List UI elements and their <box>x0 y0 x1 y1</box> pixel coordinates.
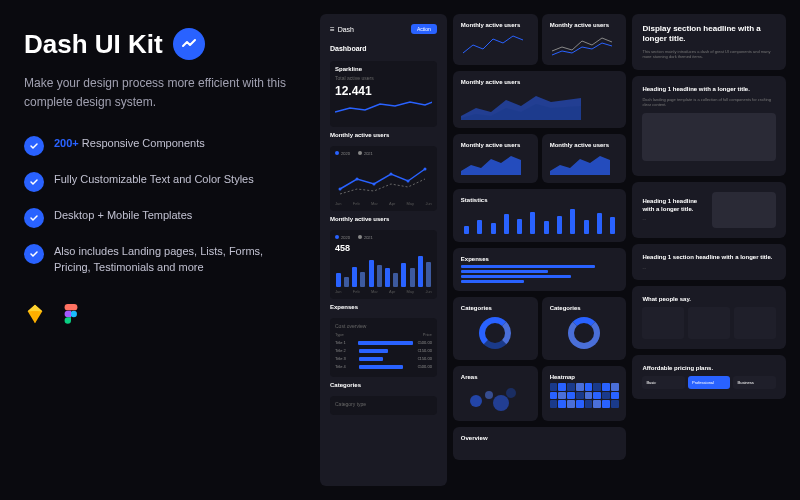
svg-point-2 <box>356 178 359 181</box>
testimonials-section: What people say. <box>632 286 786 349</box>
feature-item: Fully Customizable Text and Color Styles <box>24 172 296 192</box>
svg-point-6 <box>424 168 427 171</box>
heatmap-preview: Heatmap <box>542 366 627 421</box>
donut-preview: Categories <box>542 297 627 360</box>
line-chart <box>335 159 432 199</box>
chart-preview: Monthly active users <box>453 14 538 65</box>
svg-point-5 <box>407 180 410 183</box>
svg-point-7 <box>470 395 482 407</box>
area-chart-preview: Monthly active users <box>453 71 627 128</box>
hero-subtitle: Make your design process more efficient … <box>24 74 296 112</box>
dashboard-title: Dashboard <box>330 45 437 52</box>
svg-point-8 <box>485 391 493 399</box>
svg-point-0 <box>71 311 77 317</box>
landing-section: Display section headline with a longer t… <box>632 14 786 70</box>
tool-icons-row <box>24 303 296 325</box>
bar-chart <box>335 253 432 287</box>
check-icon <box>24 244 44 264</box>
svg-point-10 <box>506 388 516 398</box>
donut-preview: Categories <box>453 297 538 360</box>
statistics-preview: Statistics <box>453 189 627 242</box>
overview-preview: Overview <box>453 427 627 460</box>
sparkline-value: 12.441 <box>335 84 432 98</box>
figma-icon <box>60 303 82 325</box>
action-button[interactable]: Action <box>411 24 437 34</box>
logo-icon <box>173 28 205 60</box>
expenses-preview: Expenses <box>453 248 627 291</box>
chart-preview: Monthly active users <box>453 134 538 183</box>
landing-section: Heading 1 headline with a longer title. … <box>632 76 786 176</box>
check-icon <box>24 136 44 156</box>
feature-item: Desktop + Mobile Templates <box>24 208 296 228</box>
chart-preview: Monthly active users <box>542 14 627 65</box>
landing-section: Heading 1 section headline with a longer… <box>632 244 786 280</box>
feature-item: 200+ Responsive Components <box>24 136 296 156</box>
mobile-dashboard-preview: ≡Dash Action Dashboard Sparkline Total a… <box>320 14 447 486</box>
hero-title-row: Dash UI Kit <box>24 28 296 60</box>
svg-point-4 <box>390 173 393 176</box>
chart-preview: Monthly active users <box>542 134 627 183</box>
check-icon <box>24 208 44 228</box>
pricing-section: Affordable pricing plans. Basic Professi… <box>632 355 786 399</box>
svg-point-9 <box>493 395 509 411</box>
svg-point-1 <box>339 188 342 191</box>
product-title: Dash UI Kit <box>24 29 163 60</box>
sparkline-chart <box>335 98 432 122</box>
landing-section: Heading 1 headline with a longer title..… <box>632 182 786 238</box>
brand-label: ≡Dash <box>330 25 354 34</box>
check-icon <box>24 172 44 192</box>
scatter-preview: Areas <box>453 366 538 421</box>
sketch-icon <box>24 303 46 325</box>
svg-point-3 <box>373 183 376 186</box>
feature-item: Also includes Landing pages, Lists, Form… <box>24 244 296 275</box>
